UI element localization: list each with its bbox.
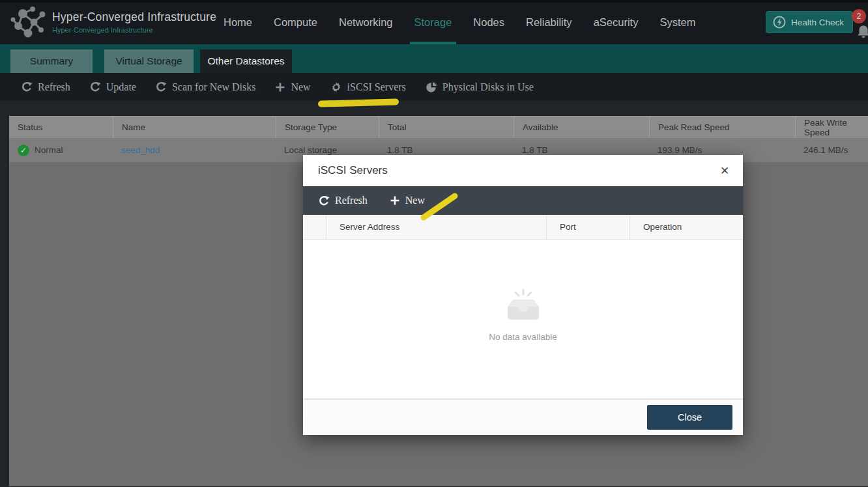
storage-toolbar: Refresh Update Scan for New Disks New [0, 73, 868, 101]
modal-new-label: New [405, 195, 425, 206]
peak-write-cell: 246.1 MB/s [795, 138, 868, 162]
col-available[interactable]: Available [514, 117, 649, 138]
app-title: Hyper-Converged Infrastructure [52, 10, 216, 24]
plus-icon [275, 82, 285, 92]
tab-other-datastores[interactable]: Other Datastores [200, 49, 292, 73]
scan-icon [156, 81, 167, 92]
col-peak-read-speed[interactable]: Peak Read Speed [649, 117, 795, 138]
tab-summary[interactable]: Summary [10, 49, 93, 73]
new-label: New [291, 81, 310, 93]
modal-header: iSCSI Servers ✕ [303, 155, 743, 186]
refresh-label: Refresh [38, 81, 70, 93]
iscsi-servers-button[interactable]: iSCSI Servers [330, 81, 406, 93]
modal-refresh-label: Refresh [335, 195, 368, 206]
modal-title: iSCSI Servers [318, 164, 388, 177]
refresh-icon [22, 81, 33, 92]
col-total[interactable]: Total [379, 117, 514, 138]
physical-disks-in-use-button[interactable]: Physical Disks in Use [426, 81, 534, 93]
gear-icon [330, 81, 342, 93]
scan-for-new-disks-button[interactable]: Scan for New Disks [156, 81, 255, 93]
status-normal-icon: ✓ [18, 145, 29, 156]
brand: Hyper-Converged Infrastructure Hyper-Con… [9, 5, 222, 40]
notification-badge[interactable]: 2 [852, 9, 866, 23]
main-nav: Home Compute Networking Storage Nodes Re… [222, 0, 697, 44]
nav-storage[interactable]: Storage [412, 0, 454, 44]
update-label: Update [106, 81, 136, 93]
status-text: Normal [35, 145, 63, 155]
iscsi-servers-label: iSCSI Servers [347, 81, 406, 93]
modal-new-button[interactable]: New [390, 195, 425, 206]
scan-label: Scan for New Disks [172, 81, 255, 93]
modal-toolbar: Refresh New [303, 186, 743, 215]
tab-virtual-storage[interactable]: Virtual Storage [104, 49, 194, 73]
refresh-button[interactable]: Refresh [22, 81, 70, 93]
nav-nodes[interactable]: Nodes [471, 0, 506, 44]
health-check-label: Health Check [791, 18, 844, 27]
app-subtitle: Hyper-Converged Infrastructure [52, 26, 216, 34]
modal-empty-state: No data available [303, 240, 743, 398]
col-name[interactable]: Name [113, 117, 276, 138]
name-cell: seed_hdd [113, 138, 276, 162]
nav-home[interactable]: Home [222, 0, 254, 44]
update-button[interactable]: Update [90, 81, 136, 93]
nav-reliability[interactable]: Reliability [524, 0, 574, 44]
nav-asecurity[interactable]: aSecurity [592, 0, 641, 44]
nav-compute[interactable]: Compute [272, 0, 319, 44]
tab-bar: Summary Virtual Storage Other Datastores [0, 44, 868, 73]
modal-plus-icon [390, 195, 400, 206]
table-header-row: Status Name Storage Type Total Available… [9, 116, 868, 138]
app-logo-icon [9, 5, 47, 40]
modal-table-header: Server Address Port Operation [303, 215, 743, 240]
close-icon[interactable]: ✕ [716, 161, 734, 180]
new-button[interactable]: New [275, 81, 310, 93]
health-check-icon [772, 15, 787, 29]
modal-col-server-address[interactable]: Server Address [326, 215, 546, 239]
modal-col-select [303, 215, 326, 239]
modal-col-operation[interactable]: Operation [629, 215, 743, 239]
col-status[interactable]: Status [9, 117, 113, 138]
modal-col-port[interactable]: Port [546, 215, 629, 239]
status-cell: ✓ Normal [9, 138, 113, 162]
modal-refresh-icon [319, 195, 330, 206]
modal-footer: Close [303, 398, 743, 435]
close-button[interactable]: Close [647, 405, 732, 430]
pie-chart-icon [426, 81, 437, 93]
empty-tray-icon [502, 286, 545, 323]
nav-networking[interactable]: Networking [337, 0, 395, 44]
nav-right: Health Check 2 [757, 0, 868, 44]
col-storage-type[interactable]: Storage Type [276, 117, 379, 138]
col-peak-write-speed[interactable]: Peak Write Speed [795, 117, 868, 138]
top-navigation-bar: Hyper-Converged Infrastructure Hyper-Con… [0, 0, 868, 44]
screen: Hyper-Converged Infrastructure Hyper-Con… [0, 0, 868, 487]
datastore-name-link[interactable]: seed_hdd [121, 145, 160, 155]
modal-refresh-button[interactable]: Refresh [319, 195, 368, 206]
health-check-button[interactable]: Health Check [766, 11, 853, 33]
update-icon [90, 81, 101, 92]
bell-icon[interactable] [855, 23, 868, 40]
iscsi-servers-modal: iSCSI Servers ✕ Refresh New Server A [303, 155, 743, 435]
brand-text: Hyper-Converged Infrastructure Hyper-Con… [52, 10, 216, 34]
physical-disks-label: Physical Disks in Use [442, 81, 534, 93]
empty-state-text: No data available [489, 332, 557, 342]
nav-system[interactable]: System [658, 0, 697, 44]
